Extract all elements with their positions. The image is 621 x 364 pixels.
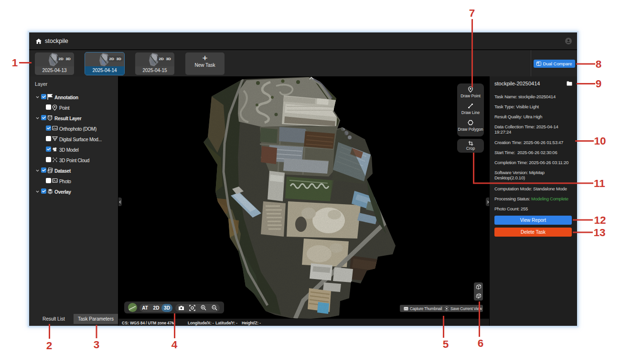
svg-text:8: 8: [596, 58, 602, 70]
svg-text:10: 10: [594, 135, 606, 147]
svg-text:5: 5: [443, 338, 449, 350]
svg-text:12: 12: [594, 214, 606, 226]
svg-text:4: 4: [171, 339, 178, 351]
svg-text:3: 3: [94, 339, 100, 351]
svg-text:7: 7: [469, 7, 475, 19]
svg-text:2: 2: [46, 340, 53, 352]
svg-text:6: 6: [478, 337, 484, 349]
svg-text:1: 1: [12, 57, 18, 69]
svg-text:11: 11: [594, 177, 605, 189]
svg-text:9: 9: [596, 78, 602, 90]
svg-text:13: 13: [593, 227, 605, 239]
